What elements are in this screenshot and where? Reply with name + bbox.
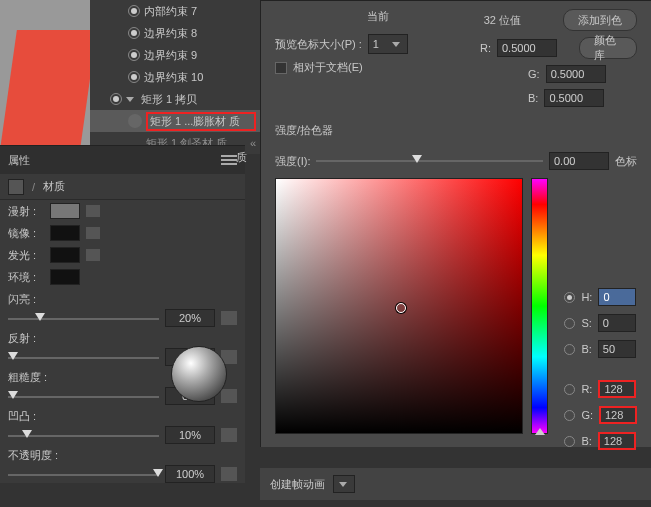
ambient-label: 环境 : — [8, 270, 44, 285]
h-input[interactable] — [598, 288, 636, 306]
b2-label: B: — [581, 435, 591, 447]
hue-slider[interactable] — [531, 178, 548, 434]
properties-panel: 质 属性 / 材质 漫射 : 镜像 : 发光 : 环境 : 闪亮 : 反射 : … — [0, 145, 245, 483]
b-input[interactable] — [544, 89, 604, 107]
intensity-slider[interactable] — [316, 154, 543, 168]
canvas-area — [0, 0, 90, 150]
red-shape — [0, 30, 97, 150]
layer-row[interactable]: 边界约束 8 — [90, 22, 260, 44]
layers-panel: 内部约束 7 边界约束 8 边界约束 9 边界约束 10 矩形 1 拷贝 矩形 … — [90, 0, 260, 154]
opacity-input[interactable] — [165, 465, 215, 483]
material-icon — [128, 114, 142, 128]
visibility-icon[interactable] — [110, 93, 122, 105]
shine-label: 闪亮 : — [8, 292, 237, 307]
folder-icon[interactable] — [221, 467, 237, 481]
timeline-dropdown[interactable] — [333, 475, 355, 493]
link-icon[interactable] — [86, 227, 100, 239]
shine-input[interactable] — [165, 309, 215, 327]
timeline-bar: 创建帧动画 — [260, 468, 651, 500]
sv-cursor — [396, 303, 406, 313]
layer-row[interactable]: 边界约束 10 — [90, 66, 260, 88]
bit-depth-label: 32 位值 — [484, 13, 521, 28]
color-picker-panel: 当前 预览色标大小(P) : 1 相对于文档(E) 32 位值添加到色 R:颜色… — [260, 0, 651, 447]
visibility-icon[interactable] — [128, 27, 140, 39]
opacity-label: 不透明度 : — [8, 448, 237, 463]
visibility-icon[interactable] — [128, 71, 140, 83]
relative-label: 相对于文档(E) — [293, 60, 363, 75]
chevron-down-icon[interactable] — [126, 97, 134, 102]
visibility-icon[interactable] — [128, 5, 140, 17]
shine-slider[interactable] — [8, 312, 159, 326]
s-radio[interactable] — [564, 318, 575, 329]
material-tab[interactable]: 材质 — [43, 179, 65, 194]
b-radio[interactable] — [564, 344, 575, 355]
current-label: 当前 — [275, 9, 480, 24]
reflect-slider[interactable] — [8, 351, 159, 365]
r2-radio[interactable] — [564, 384, 575, 395]
folder-icon[interactable] — [221, 428, 237, 442]
link-icon[interactable] — [86, 205, 100, 217]
s-input[interactable] — [598, 314, 636, 332]
g2-label: G: — [581, 409, 593, 421]
visibility-icon[interactable] — [128, 49, 140, 61]
h-radio[interactable] — [564, 292, 575, 303]
rough-slider[interactable] — [8, 390, 159, 404]
r2-input[interactable] — [598, 380, 636, 398]
s-label: S: — [581, 317, 591, 329]
diffuse-label: 漫射 : — [8, 204, 44, 219]
diffuse-swatch[interactable] — [50, 203, 80, 219]
chevron-down-icon — [392, 42, 400, 47]
bump-slider[interactable] — [8, 429, 159, 443]
material-preview[interactable] — [171, 346, 227, 402]
hue-thumb — [535, 428, 545, 435]
g-label: G: — [528, 68, 540, 80]
folder-icon[interactable] — [221, 389, 237, 403]
layer-row[interactable]: 内部约束 7 — [90, 0, 260, 22]
chevron-down-icon — [339, 482, 347, 487]
bump-input[interactable] — [165, 426, 215, 444]
glow-label: 发光 : — [8, 248, 44, 263]
b2-radio[interactable] — [564, 436, 575, 447]
3d-tool-icon[interactable] — [8, 179, 24, 195]
r-input[interactable] — [497, 39, 557, 57]
br-input[interactable] — [598, 340, 636, 358]
g2-input[interactable] — [599, 406, 637, 424]
r2-label: R: — [581, 383, 592, 395]
add-color-button[interactable]: 添加到色 — [563, 9, 637, 31]
folder-icon[interactable] — [221, 311, 237, 325]
r-label: R: — [480, 42, 491, 54]
intensity-section-label: 强度/拾色器 — [275, 123, 637, 138]
g-input[interactable] — [546, 65, 606, 83]
preview-size-dropdown[interactable]: 1 — [368, 34, 408, 54]
properties-title: 属性 — [8, 153, 30, 168]
glow-swatch[interactable] — [50, 247, 80, 263]
panel-menu-icon[interactable] — [221, 155, 237, 165]
color-library-button[interactable]: 颜色库 — [579, 37, 637, 59]
reflect-label: 反射 : — [8, 331, 237, 346]
opacity-slider[interactable] — [8, 468, 159, 482]
close-icon[interactable]: « — [250, 137, 256, 149]
g2-radio[interactable] — [564, 410, 575, 421]
preview-size-label: 预览色标大小(P) : — [275, 37, 362, 52]
hsb-inputs: H: S: B: R: G: B: — [564, 288, 637, 450]
mirror-swatch[interactable] — [50, 225, 80, 241]
b-label: B: — [581, 343, 591, 355]
saturation-value-field[interactable] — [275, 178, 523, 434]
color-mark-label: 色标 — [615, 154, 637, 169]
layer-row-selected[interactable]: 矩形 1 ...膨胀材 质 — [90, 110, 260, 132]
relative-checkbox[interactable] — [275, 62, 287, 74]
layer-row[interactable]: 边界约束 9 — [90, 44, 260, 66]
bump-label: 凹凸 : — [8, 409, 237, 424]
create-animation-button[interactable]: 创建帧动画 — [270, 477, 325, 492]
mirror-label: 镜像 : — [8, 226, 44, 241]
q-label: 质 — [236, 150, 247, 165]
link-icon[interactable] — [86, 249, 100, 261]
b-label: B: — [528, 92, 538, 104]
ambient-swatch[interactable] — [50, 269, 80, 285]
h-label: H: — [581, 291, 592, 303]
intensity-label: 强度(I): — [275, 154, 310, 169]
layer-row-parent[interactable]: 矩形 1 拷贝 — [90, 88, 260, 110]
intensity-input[interactable] — [549, 152, 609, 170]
b2-input[interactable] — [598, 432, 636, 450]
